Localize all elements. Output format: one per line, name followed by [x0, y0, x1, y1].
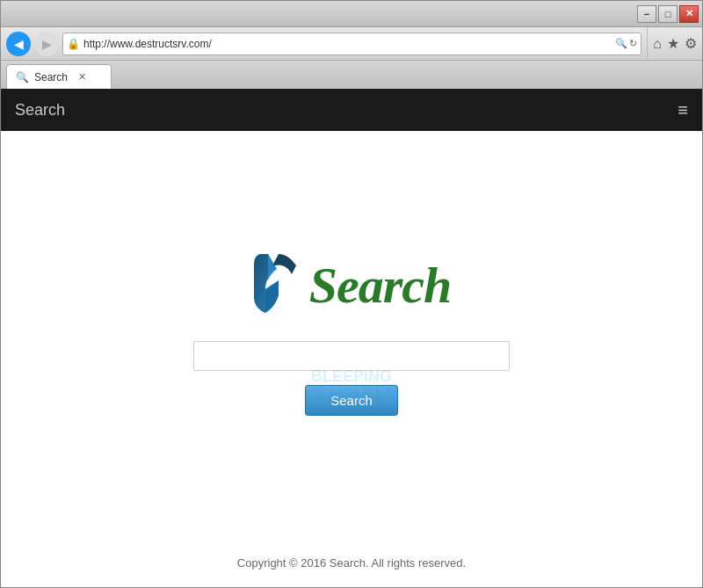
hamburger-menu-icon[interactable]: ≡: [678, 100, 688, 120]
maximize-button[interactable]: □: [658, 5, 678, 23]
copyright-text: Copyright © 2016 Search. All rights rese…: [237, 556, 466, 570]
home-icon[interactable]: ⌂: [653, 36, 662, 52]
minimize-button[interactable]: −: [637, 5, 656, 23]
active-tab[interactable]: 🔍 Search ✕: [6, 64, 112, 89]
address-icon: 🔒: [67, 38, 80, 50]
address-bar-container[interactable]: 🔒 🔍 ↻: [62, 33, 641, 55]
logo-area: Search: [252, 250, 452, 320]
tab-close-button[interactable]: ✕: [78, 71, 86, 83]
browser-toolbar: ◀ ▶ 🔒 🔍 ↻: [1, 27, 647, 61]
close-button[interactable]: ✕: [679, 5, 699, 23]
settings-icon[interactable]: ⚙: [685, 35, 697, 52]
browser-actions: ⌂ ★ ⚙: [647, 27, 702, 61]
back-icon: ◀: [14, 37, 24, 51]
back-button[interactable]: ◀: [6, 32, 31, 56]
tab-favicon: 🔍: [16, 71, 29, 83]
address-actions: 🔍 ↻: [615, 38, 637, 49]
search-input-container: [193, 341, 510, 371]
forward-icon: ▶: [42, 37, 52, 51]
footer: Copyright © 2016 Search. All rights rese…: [1, 556, 702, 570]
navbar-title: Search: [15, 101, 65, 120]
logo-icon: [252, 250, 309, 320]
logo-text: Search: [309, 256, 452, 315]
title-bar: − □ ✕: [1, 1, 702, 27]
refresh-icon[interactable]: ↻: [629, 38, 637, 49]
window-controls[interactable]: − □ ✕: [637, 5, 699, 23]
favorites-icon[interactable]: ★: [667, 35, 679, 52]
tab-bar: 🔍 Search ✕: [1, 61, 702, 89]
search-address-icon[interactable]: 🔍: [615, 38, 627, 49]
address-bar[interactable]: [83, 38, 612, 50]
search-button[interactable]: Search: [305, 385, 398, 416]
search-input[interactable]: [193, 341, 510, 371]
main-content: BLEEPING COMPUTER: [1, 131, 702, 587]
tab-label: Search: [34, 71, 68, 83]
browser-toolbar-row: ◀ ▶ 🔒 🔍 ↻ ⌂ ★ ⚙: [1, 27, 702, 61]
forward-button[interactable]: ▶: [34, 32, 59, 56]
app-navbar: Search ≡: [1, 89, 702, 131]
